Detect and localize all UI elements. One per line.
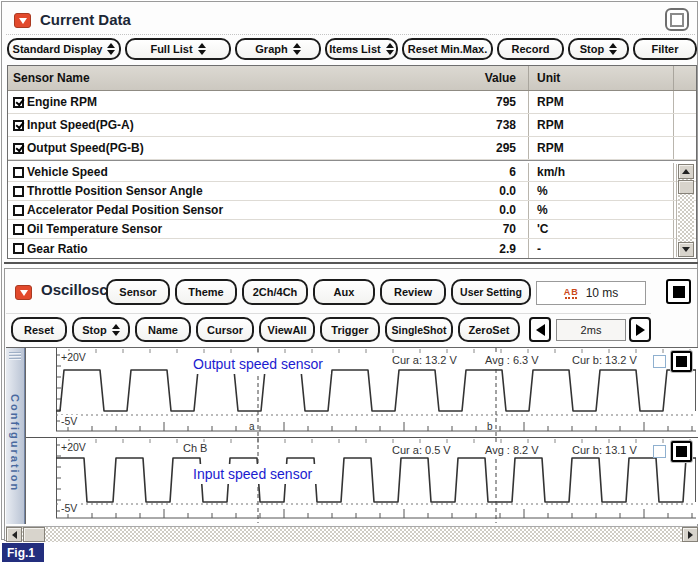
ch1-top-voltage-label: +20V xyxy=(60,351,87,363)
graph-button[interactable]: Graph xyxy=(235,38,321,60)
ch2-bottom-voltage-label: -5V xyxy=(60,502,78,514)
user-setting-button[interactable]: User Setting xyxy=(451,279,531,305)
scroll-up-button[interactable] xyxy=(678,164,694,179)
filter-button[interactable]: Filter xyxy=(633,38,697,60)
review-button[interactable]: Review xyxy=(380,279,446,305)
spinner-arrows-icon[interactable] xyxy=(386,43,394,55)
row-checkbox[interactable] xyxy=(13,143,24,154)
channel-1: ab +20V Output speed sensor Cur a: 13.2 … xyxy=(26,348,698,438)
spinner-arrows-icon[interactable] xyxy=(107,43,115,55)
spinner-arrows-icon[interactable] xyxy=(293,43,301,55)
row-checkbox[interactable] xyxy=(13,243,24,254)
scroll-down-button[interactable] xyxy=(678,242,694,257)
sensor-unit: % xyxy=(529,182,674,200)
header-sensor-name[interactable]: Sensor Name xyxy=(8,71,454,85)
row-checkbox[interactable] xyxy=(13,224,24,235)
figure-label: Fig.1 xyxy=(7,546,35,560)
2ch-4ch-button[interactable]: 2Ch/4Ch xyxy=(242,279,308,305)
aux-button[interactable]: Aux xyxy=(313,279,375,305)
table-row[interactable]: Oil Temperature Sensor 70 'C xyxy=(8,220,696,239)
scroll-left-button[interactable] xyxy=(6,527,22,542)
row-checkbox[interactable] xyxy=(13,120,24,131)
time-measure-value: 10 ms xyxy=(586,286,619,300)
scroll-right-button[interactable] xyxy=(682,527,698,542)
table-row[interactable]: Accelerator Pedal Position Sensor 0.0 % xyxy=(8,201,696,220)
ch1-cursor-a-readout: Cur a: 13.2 V xyxy=(390,354,459,366)
app-window: Current Data Standard Display Full List … xyxy=(1,1,698,540)
scope-stop-square-button[interactable] xyxy=(666,279,691,304)
figure-caption: Fig.1 xyxy=(2,543,44,562)
ch2-square-button[interactable] xyxy=(671,441,692,462)
button-label: Filter xyxy=(652,43,679,55)
current-data-title: Current Data xyxy=(40,11,131,28)
panel-collapse-icon[interactable] xyxy=(15,285,32,300)
row-checkbox[interactable] xyxy=(13,205,24,216)
button-label: SingleShot xyxy=(392,324,447,336)
table-header: Sensor Name Value Unit xyxy=(8,66,696,91)
timebase-decrease-button[interactable] xyxy=(529,317,551,342)
timebase-increase-button[interactable] xyxy=(629,317,651,342)
reset-button[interactable]: Reset xyxy=(11,317,67,342)
row-checkbox[interactable] xyxy=(13,186,24,197)
theme-button[interactable]: Theme xyxy=(175,279,237,305)
scrollable-rows-group: Vehicle Speed 6 km/h Throttle Position S… xyxy=(8,163,696,258)
row-checkbox[interactable] xyxy=(13,97,24,108)
ch1-average-readout: Avg : 6.3 V xyxy=(483,354,541,366)
down-arrow-icon xyxy=(682,247,690,252)
configuration-sidebar-tab[interactable]: Configuration xyxy=(6,348,25,524)
cursor-button[interactable]: Cursor xyxy=(196,317,254,342)
spinner-arrows-icon[interactable] xyxy=(609,43,617,55)
full-list-button[interactable]: Full List xyxy=(125,38,231,60)
panel-collapse-icon[interactable] xyxy=(14,13,31,28)
sensor-value: 70 xyxy=(454,220,529,238)
section-divider xyxy=(4,262,698,264)
table-row[interactable]: Input Speed(PG-A) 738 RPM xyxy=(8,114,696,137)
button-label: Record xyxy=(512,43,550,55)
table-row[interactable]: Vehicle Speed 6 km/h xyxy=(8,163,696,182)
standard-display-button[interactable]: Standard Display xyxy=(7,38,121,60)
table-row[interactable]: Engine RPM 795 RPM xyxy=(8,91,696,114)
sensor-name: Accelerator Pedal Position Sensor xyxy=(27,203,223,217)
ch1-square-button[interactable] xyxy=(671,351,692,372)
zeroset-button[interactable]: ZeroSet xyxy=(458,317,520,342)
scrollbar-thumb[interactable] xyxy=(678,180,694,194)
timebase-field[interactable]: 2ms xyxy=(556,319,626,341)
ch1-bottom-voltage-label: -5V xyxy=(60,415,78,427)
items-list-button[interactable]: Items List xyxy=(325,38,398,60)
stop-button[interactable]: Stop xyxy=(568,38,629,60)
svg-text:a: a xyxy=(249,421,255,432)
button-label: ViewAll xyxy=(268,324,307,336)
ch2-checkbox[interactable] xyxy=(653,445,666,458)
reset-minmax-button[interactable]: Reset Min.Max. xyxy=(402,38,493,60)
window-restore-button[interactable] xyxy=(665,8,689,31)
scope-horizontal-scrollbar[interactable] xyxy=(6,526,698,542)
header-unit[interactable]: Unit xyxy=(529,66,674,90)
spinner-arrows-icon[interactable] xyxy=(112,324,120,336)
row-checkbox[interactable] xyxy=(13,167,24,178)
sensor-value: 795 xyxy=(454,91,529,113)
button-label: 2Ch/4Ch xyxy=(253,286,298,298)
button-label: Theme xyxy=(188,286,223,298)
header-value[interactable]: Value xyxy=(454,66,529,90)
sensor-button[interactable]: Sensor xyxy=(106,279,170,305)
singleshot-button[interactable]: SingleShot xyxy=(385,317,453,342)
button-label: Reset Min.Max. xyxy=(408,43,487,55)
table-row[interactable]: Gear Ratio 2.9 - xyxy=(8,239,696,258)
table-vertical-scrollbar[interactable] xyxy=(676,164,694,257)
spinner-arrows-icon[interactable] xyxy=(198,43,206,55)
table-row[interactable]: Output Speed(PG-B) 295 RPM xyxy=(8,137,696,160)
scope-stop-button[interactable]: Stop xyxy=(72,317,130,342)
trigger-button[interactable]: Trigger xyxy=(320,317,380,342)
header-gutter xyxy=(674,66,696,90)
svg-text:b: b xyxy=(487,421,493,432)
button-label: User Setting xyxy=(460,286,522,298)
name-button[interactable]: Name xyxy=(135,317,191,342)
table-row[interactable]: Throttle Position Sensor Angle 0.0 % xyxy=(8,182,696,201)
scrollbar-thumb[interactable] xyxy=(23,527,45,542)
button-label: Sensor xyxy=(119,286,156,298)
scrollbar-track[interactable] xyxy=(22,527,682,542)
ch1-checkbox[interactable] xyxy=(653,355,666,368)
viewall-button[interactable]: ViewAll xyxy=(259,317,315,342)
sensor-name: Vehicle Speed xyxy=(27,165,108,179)
record-button[interactable]: Record xyxy=(497,38,564,60)
